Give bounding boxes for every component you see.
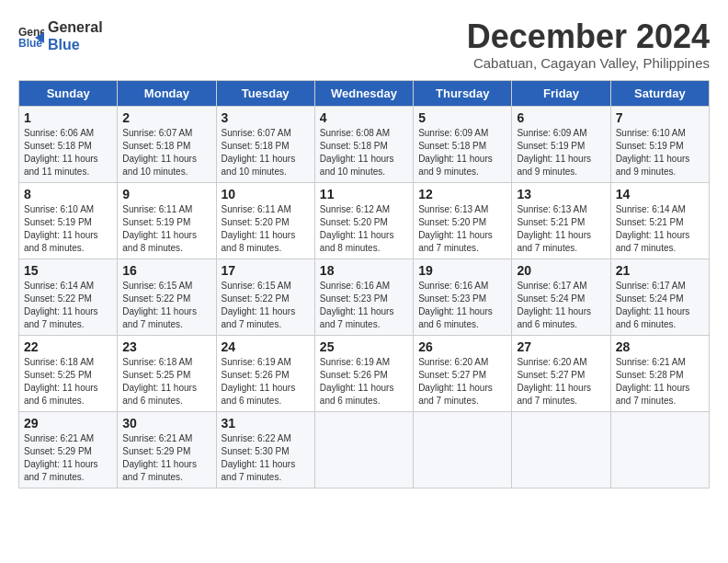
day-number: 8 — [24, 187, 112, 201]
day-number: 11 — [320, 187, 408, 201]
calendar-day-cell: 17Sunrise: 6:15 AMSunset: 5:22 PMDayligh… — [216, 259, 314, 335]
day-number: 20 — [517, 263, 605, 278]
calendar-day-cell: 26Sunrise: 6:20 AMSunset: 5:27 PMDayligh… — [414, 335, 512, 411]
day-info: Sunrise: 6:21 AMSunset: 5:29 PMDaylight:… — [122, 432, 210, 484]
day-number: 27 — [517, 339, 605, 354]
calendar-day-cell: 18Sunrise: 6:16 AMSunset: 5:23 PMDayligh… — [314, 259, 413, 335]
day-info: Sunrise: 6:10 AMSunset: 5:19 PMDaylight:… — [616, 127, 704, 178]
calendar-week-row: 29Sunrise: 6:21 AMSunset: 5:29 PMDayligh… — [19, 411, 710, 488]
day-number: 16 — [122, 263, 210, 278]
calendar-day-cell: 13Sunrise: 6:13 AMSunset: 5:21 PMDayligh… — [512, 182, 610, 259]
title-block: December 2024 Cabatuan, Cagayan Valley, … — [467, 18, 710, 71]
day-info: Sunrise: 6:06 AMSunset: 5:18 PMDaylight:… — [24, 127, 112, 178]
day-number: 26 — [418, 339, 506, 354]
day-info: Sunrise: 6:09 AMSunset: 5:18 PMDaylight:… — [418, 127, 506, 178]
day-number: 3 — [222, 110, 310, 125]
day-number: 14 — [616, 187, 704, 201]
day-info: Sunrise: 6:14 AMSunset: 5:21 PMDaylight:… — [616, 203, 704, 255]
day-number: 10 — [222, 187, 310, 201]
day-info: Sunrise: 6:18 AMSunset: 5:25 PMDaylight:… — [24, 356, 112, 408]
day-number: 29 — [24, 416, 112, 431]
calendar-day-cell — [610, 411, 709, 488]
day-number: 7 — [616, 110, 704, 125]
day-info: Sunrise: 6:16 AMSunset: 5:23 PMDaylight:… — [418, 280, 506, 331]
day-info: Sunrise: 6:18 AMSunset: 5:25 PMDaylight:… — [122, 356, 210, 408]
calendar-day-cell: 10Sunrise: 6:11 AMSunset: 5:20 PMDayligh… — [216, 182, 314, 259]
day-number: 18 — [320, 263, 408, 278]
day-number: 19 — [418, 263, 506, 278]
day-info: Sunrise: 6:11 AMSunset: 5:19 PMDaylight:… — [122, 203, 210, 255]
svg-text:Blue: Blue — [18, 37, 42, 49]
day-header-monday: Monday — [118, 80, 216, 106]
day-number: 15 — [24, 263, 112, 278]
day-number: 2 — [122, 110, 210, 125]
day-number: 1 — [24, 110, 112, 125]
day-info: Sunrise: 6:15 AMSunset: 5:22 PMDaylight:… — [222, 280, 310, 331]
calendar-day-cell: 22Sunrise: 6:18 AMSunset: 5:25 PMDayligh… — [19, 335, 118, 411]
day-info: Sunrise: 6:14 AMSunset: 5:22 PMDaylight:… — [24, 280, 112, 331]
calendar-day-cell: 30Sunrise: 6:21 AMSunset: 5:29 PMDayligh… — [118, 411, 216, 488]
day-info: Sunrise: 6:08 AMSunset: 5:18 PMDaylight:… — [320, 127, 408, 178]
calendar-day-cell: 11Sunrise: 6:12 AMSunset: 5:20 PMDayligh… — [314, 182, 413, 259]
calendar-day-cell: 14Sunrise: 6:14 AMSunset: 5:21 PMDayligh… — [610, 182, 709, 259]
calendar-day-cell: 29Sunrise: 6:21 AMSunset: 5:29 PMDayligh… — [19, 411, 118, 488]
logo-icon: General Blue — [18, 23, 44, 49]
calendar-day-cell: 23Sunrise: 6:18 AMSunset: 5:25 PMDayligh… — [118, 335, 216, 411]
calendar-header-row: SundayMondayTuesdayWednesdayThursdayFrid… — [19, 80, 710, 106]
day-info: Sunrise: 6:12 AMSunset: 5:20 PMDaylight:… — [320, 203, 408, 255]
calendar-day-cell: 1Sunrise: 6:06 AMSunset: 5:18 PMDaylight… — [19, 106, 118, 182]
logo-general: General — [48, 18, 103, 36]
calendar-day-cell: 4Sunrise: 6:08 AMSunset: 5:18 PMDaylight… — [314, 106, 413, 182]
day-number: 22 — [24, 339, 112, 354]
day-number: 17 — [222, 263, 310, 278]
day-info: Sunrise: 6:13 AMSunset: 5:20 PMDaylight:… — [418, 203, 506, 255]
day-number: 28 — [616, 339, 704, 354]
day-info: Sunrise: 6:09 AMSunset: 5:19 PMDaylight:… — [517, 127, 605, 178]
calendar-week-row: 22Sunrise: 6:18 AMSunset: 5:25 PMDayligh… — [19, 335, 710, 411]
day-header-tuesday: Tuesday — [216, 80, 314, 106]
day-info: Sunrise: 6:17 AMSunset: 5:24 PMDaylight:… — [616, 280, 704, 331]
day-info: Sunrise: 6:13 AMSunset: 5:21 PMDaylight:… — [517, 203, 605, 255]
day-info: Sunrise: 6:07 AMSunset: 5:18 PMDaylight:… — [222, 127, 310, 178]
calendar-day-cell: 19Sunrise: 6:16 AMSunset: 5:23 PMDayligh… — [414, 259, 512, 335]
calendar-day-cell: 31Sunrise: 6:22 AMSunset: 5:30 PMDayligh… — [216, 411, 314, 488]
day-info: Sunrise: 6:21 AMSunset: 5:29 PMDaylight:… — [24, 432, 112, 484]
calendar-day-cell: 27Sunrise: 6:20 AMSunset: 5:27 PMDayligh… — [512, 335, 610, 411]
calendar-day-cell: 3Sunrise: 6:07 AMSunset: 5:18 PMDaylight… — [216, 106, 314, 182]
calendar-day-cell: 20Sunrise: 6:17 AMSunset: 5:24 PMDayligh… — [512, 259, 610, 335]
day-info: Sunrise: 6:15 AMSunset: 5:22 PMDaylight:… — [122, 280, 210, 331]
calendar-day-cell — [414, 411, 512, 488]
calendar-day-cell: 15Sunrise: 6:14 AMSunset: 5:22 PMDayligh… — [19, 259, 118, 335]
day-info: Sunrise: 6:11 AMSunset: 5:20 PMDaylight:… — [222, 203, 310, 255]
day-info: Sunrise: 6:19 AMSunset: 5:26 PMDaylight:… — [320, 356, 408, 408]
page-header: General Blue General Blue December 2024 … — [18, 18, 710, 71]
day-number: 31 — [222, 416, 310, 431]
day-header-saturday: Saturday — [610, 80, 709, 106]
day-info: Sunrise: 6:19 AMSunset: 5:26 PMDaylight:… — [222, 356, 310, 408]
calendar-day-cell: 6Sunrise: 6:09 AMSunset: 5:19 PMDaylight… — [512, 106, 610, 182]
day-info: Sunrise: 6:16 AMSunset: 5:23 PMDaylight:… — [320, 280, 408, 331]
logo: General Blue General Blue — [18, 18, 103, 53]
day-info: Sunrise: 6:22 AMSunset: 5:30 PMDaylight:… — [222, 432, 310, 484]
calendar-day-cell: 12Sunrise: 6:13 AMSunset: 5:20 PMDayligh… — [414, 182, 512, 259]
day-number: 23 — [122, 339, 210, 354]
calendar-day-cell: 9Sunrise: 6:11 AMSunset: 5:19 PMDaylight… — [118, 182, 216, 259]
calendar-day-cell: 16Sunrise: 6:15 AMSunset: 5:22 PMDayligh… — [118, 259, 216, 335]
calendar-day-cell: 24Sunrise: 6:19 AMSunset: 5:26 PMDayligh… — [216, 335, 314, 411]
calendar-week-row: 15Sunrise: 6:14 AMSunset: 5:22 PMDayligh… — [19, 259, 710, 335]
calendar-day-cell: 8Sunrise: 6:10 AMSunset: 5:19 PMDaylight… — [19, 182, 118, 259]
day-number: 12 — [418, 187, 506, 201]
calendar-day-cell: 5Sunrise: 6:09 AMSunset: 5:18 PMDaylight… — [414, 106, 512, 182]
day-info: Sunrise: 6:10 AMSunset: 5:19 PMDaylight:… — [24, 203, 112, 255]
day-number: 24 — [222, 339, 310, 354]
day-info: Sunrise: 6:21 AMSunset: 5:28 PMDaylight:… — [616, 356, 704, 408]
day-number: 5 — [418, 110, 506, 125]
day-header-thursday: Thursday — [414, 80, 512, 106]
calendar-day-cell: 2Sunrise: 6:07 AMSunset: 5:18 PMDaylight… — [118, 106, 216, 182]
day-info: Sunrise: 6:07 AMSunset: 5:18 PMDaylight:… — [122, 127, 210, 178]
day-info: Sunrise: 6:17 AMSunset: 5:24 PMDaylight:… — [517, 280, 605, 331]
day-header-sunday: Sunday — [19, 80, 118, 106]
day-number: 9 — [122, 187, 210, 201]
calendar-table: SundayMondayTuesdayWednesdayThursdayFrid… — [18, 80, 710, 488]
day-number: 6 — [517, 110, 605, 125]
